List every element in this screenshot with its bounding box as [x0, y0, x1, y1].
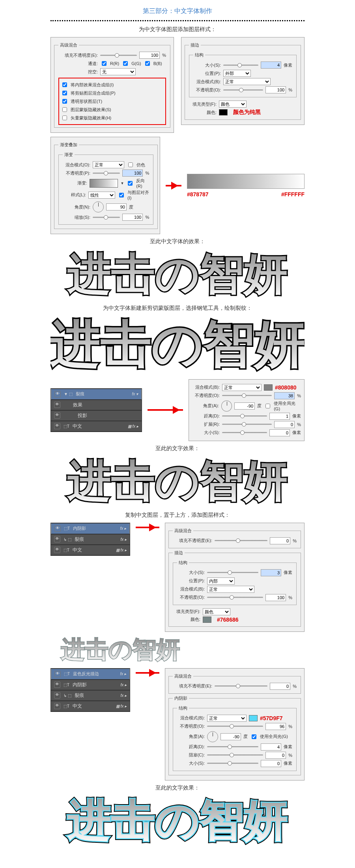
gov-blend-select[interactable]: 正常 — [93, 161, 124, 168]
in-global-check[interactable] — [252, 734, 256, 739]
filltype-select[interactable]: 颜色 — [219, 101, 247, 108]
sh-swatch[interactable] — [264, 384, 273, 391]
fx-icon[interactable]: fx ▾ — [132, 392, 138, 396]
size-input[interactable] — [261, 61, 281, 69]
size-slider[interactable] — [223, 65, 258, 66]
opt2-check[interactable] — [62, 91, 67, 95]
layer-row[interactable]: 👁投影 — [51, 410, 142, 421]
sh-spread-input[interactable] — [274, 421, 295, 428]
g-check[interactable] — [123, 61, 128, 66]
angle-input[interactable] — [106, 203, 127, 210]
adv2-slider[interactable] — [215, 540, 267, 541]
r-check[interactable] — [102, 61, 106, 66]
layer-row[interactable]: 👁⬚T内阴影fx ▸ — [51, 680, 130, 690]
opt4-check[interactable] — [62, 107, 67, 112]
in-choke-input[interactable] — [265, 752, 286, 759]
angle-dial[interactable] — [93, 201, 104, 212]
layer-row[interactable]: 👁⬚T蓝色反光描边fx ▸ — [51, 669, 130, 680]
eye-icon[interactable]: 👁 — [54, 547, 60, 553]
adv3-input[interactable] — [270, 683, 290, 690]
gradient-editor[interactable] — [187, 174, 305, 189]
angle-dial[interactable] — [221, 400, 232, 412]
opt5-check[interactable] — [62, 115, 67, 120]
s2-swatch[interactable] — [203, 617, 211, 623]
fill-input[interactable] — [139, 52, 160, 59]
gov-opacity-input[interactable] — [122, 170, 143, 177]
in-size-input[interactable] — [261, 760, 281, 767]
layer-row[interactable]: 👁⬚T内阴影fx ▸ — [51, 523, 130, 534]
knockout-select[interactable]: 无 — [100, 68, 136, 75]
in-swatch[interactable] — [249, 715, 258, 721]
s2-op-input[interactable] — [265, 594, 286, 601]
eye-icon[interactable]: 👁 — [54, 412, 60, 419]
fx-icon[interactable]: ▦ fx ▸ — [116, 548, 127, 552]
sh-spread-slider[interactable] — [222, 424, 272, 425]
s2-op-slider[interactable] — [207, 597, 263, 598]
global-check[interactable] — [265, 404, 270, 408]
dither-check[interactable] — [128, 162, 133, 167]
fill-slider[interactable] — [100, 55, 137, 56]
eye-icon[interactable]: 👁 — [54, 525, 61, 532]
eye-icon[interactable]: 👁 — [54, 536, 60, 542]
fx-icon[interactable]: fx ▸ — [120, 672, 126, 676]
in-angle-input[interactable] — [220, 733, 241, 740]
fx-icon[interactable]: ▦ fx ▸ — [116, 704, 127, 708]
sh-op-slider[interactable] — [222, 395, 272, 396]
in-op-input[interactable] — [265, 723, 286, 730]
fx-icon[interactable]: ▦ fx ▸ — [128, 424, 138, 428]
eye-icon[interactable]: 👁 — [54, 671, 61, 677]
sh-blend-select[interactable]: 正常 — [222, 384, 262, 391]
s2-pos-select[interactable]: 内部 — [207, 577, 235, 585]
gov-opacity-slider[interactable] — [93, 173, 120, 174]
b-check[interactable] — [145, 61, 150, 66]
scale-slider[interactable] — [93, 217, 120, 218]
eye-icon[interactable]: 👁 — [54, 682, 60, 688]
blend-select[interactable]: 正常 — [223, 78, 271, 85]
opacity-slider[interactable] — [223, 89, 263, 91]
adv2-input[interactable] — [270, 537, 290, 544]
style-select[interactable]: 线性 — [88, 192, 115, 199]
sh-angle-input[interactable] — [234, 402, 255, 410]
fx-icon[interactable]: fx ▸ — [120, 526, 126, 531]
in-dist-slider[interactable] — [207, 746, 258, 747]
sh-size-input[interactable] — [269, 429, 290, 436]
pos-select[interactable]: 外部 — [223, 70, 251, 77]
layer-row[interactable]: 👁效果 — [51, 400, 142, 410]
fx-icon[interactable]: fx ▸ — [120, 693, 127, 698]
opacity-input[interactable] — [265, 86, 286, 93]
in-op-slider[interactable] — [207, 726, 263, 727]
reverse-check[interactable] — [128, 181, 133, 186]
layer-row[interactable]: 👁⬚T中文▦ fx ▸ — [51, 545, 130, 555]
sh-dist-slider[interactable] — [222, 415, 267, 417]
align-check[interactable] — [119, 193, 124, 197]
in-blend-select[interactable]: 正常 — [207, 715, 247, 722]
eye-icon[interactable]: 👁 — [54, 402, 60, 408]
s2-size-slider[interactable] — [207, 572, 258, 573]
sh-size-slider[interactable] — [222, 432, 267, 433]
sh-dist-input[interactable] — [269, 413, 290, 420]
sh-op-input[interactable] — [274, 392, 295, 399]
angle-dial[interactable] — [207, 731, 218, 742]
adv3-slider[interactable] — [215, 685, 267, 687]
eye-icon[interactable]: 👁 — [54, 423, 60, 429]
layer-row[interactable]: 👁↳ ⬚裂痕fx ▸ — [51, 690, 130, 701]
scale-input[interactable] — [122, 214, 143, 221]
layer-row[interactable]: 👁⬚T中文▦ fx ▸ — [51, 421, 142, 432]
s2-blend-select[interactable]: 正常 — [207, 586, 254, 593]
in-dist-input[interactable] — [261, 743, 281, 751]
s2-size-input[interactable] — [261, 569, 281, 576]
opt3-check[interactable] — [62, 99, 67, 104]
opt1-check[interactable] — [62, 82, 67, 87]
layer-row[interactable]: 👁▼ ⬚裂痕fx ▾ — [51, 389, 142, 400]
in-size-slider[interactable] — [207, 763, 258, 764]
color-swatch[interactable] — [219, 109, 228, 115]
eye-icon[interactable]: 👁 — [54, 692, 60, 698]
in-choke-slider[interactable] — [207, 754, 263, 756]
fx-icon[interactable]: fx ▸ — [120, 683, 127, 687]
eye-icon[interactable]: 👁 — [54, 391, 61, 397]
fx-icon[interactable]: fx ▸ — [120, 537, 127, 542]
eye-icon[interactable]: 👁 — [54, 703, 60, 709]
layer-row[interactable]: 👁⬚T中文▦ fx ▸ — [51, 701, 130, 712]
layer-row[interactable]: 👁↳ ⬚裂痕fx ▸ — [51, 534, 130, 545]
s2-ft-select[interactable]: 颜色 — [203, 608, 230, 615]
